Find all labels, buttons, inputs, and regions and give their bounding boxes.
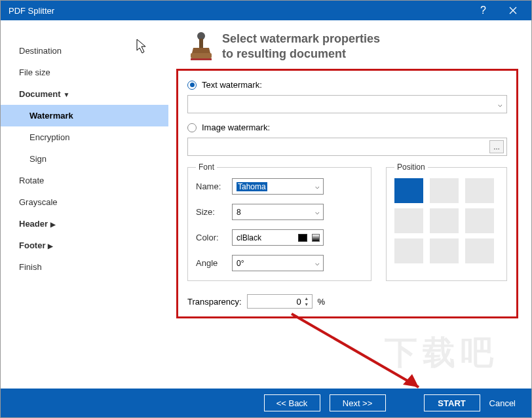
font-color-select[interactable]: clBlack xyxy=(232,229,324,246)
position-bottom-left[interactable] xyxy=(394,238,423,263)
image-watermark-label: Image watermark: xyxy=(202,123,270,132)
image-watermark-input[interactable]: … xyxy=(187,138,507,156)
sidebar-item-encryption[interactable]: Encryption xyxy=(1,126,168,148)
next-button[interactable]: Next >> xyxy=(330,394,386,411)
text-watermark-select[interactable]: ⌵ xyxy=(187,95,507,113)
sidebar-item-document[interactable]: Document▼ xyxy=(1,83,168,105)
chevron-down-icon: ⌵ xyxy=(315,259,320,267)
position-bottom-center[interactable] xyxy=(430,238,459,263)
sidebar-item-grayscale[interactable]: Grayscale xyxy=(1,191,168,213)
header-line1: Select watermark properties xyxy=(222,31,380,47)
sidebar-item-destination[interactable]: Destination xyxy=(1,40,168,62)
text-watermark-radio[interactable] xyxy=(187,81,197,90)
text-watermark-label: Text watermark: xyxy=(202,80,262,90)
transparency-unit: % xyxy=(318,297,326,307)
font-size-select[interactable]: 8⌵ xyxy=(232,204,324,220)
color-swatch-icon xyxy=(298,234,307,242)
font-name-select[interactable]: Tahoma⌵ xyxy=(232,178,324,195)
svg-rect-1 xyxy=(199,39,203,48)
position-top-left[interactable] xyxy=(394,178,423,203)
header-line2: to resulting document xyxy=(222,47,380,62)
angle-select[interactable]: 0°⌵ xyxy=(232,255,324,271)
position-bottom-right[interactable] xyxy=(465,238,494,263)
close-button[interactable] xyxy=(498,1,527,20)
chevron-down-icon: ⌵ xyxy=(315,208,320,216)
sidebar-item-filesize[interactable]: File size xyxy=(1,62,168,83)
position-middle-center[interactable] xyxy=(430,208,459,233)
color-label: Color: xyxy=(196,233,232,242)
sidebar-item-watermark[interactable]: Watermark xyxy=(1,105,168,126)
chevron-down-icon: ⌵ xyxy=(498,100,503,109)
sidebar-item-rotate[interactable]: Rotate xyxy=(1,170,168,191)
position-middle-left[interactable] xyxy=(394,208,423,233)
titlebar: PDF Splitter ? xyxy=(1,1,531,20)
name-label: Name: xyxy=(196,181,232,191)
sidebar-item-finish[interactable]: Finish xyxy=(1,256,168,278)
sidebar-item-sign[interactable]: Sign xyxy=(1,148,168,170)
transparency-spinner[interactable]: 0 ▲▼ xyxy=(247,294,313,309)
bottom-bar: << Back Next >> START Cancel xyxy=(1,389,531,417)
cancel-button[interactable]: Cancel xyxy=(489,394,516,411)
chevron-down-icon: ⌵ xyxy=(315,182,320,191)
image-watermark-radio[interactable] xyxy=(187,123,197,132)
sidebar-item-header[interactable]: Header▶ xyxy=(1,213,168,235)
position-top-center[interactable] xyxy=(430,178,459,203)
page-header: Select watermark properties to resulting… xyxy=(176,27,518,69)
size-label: Size: xyxy=(196,207,232,217)
chevron-right-icon: ▶ xyxy=(48,242,53,250)
position-group: Position xyxy=(386,162,507,281)
window-title: PDF Splitter xyxy=(9,6,468,16)
font-group: Font Name: Tahoma⌵ Size: 8⌵ Color: clBla… xyxy=(187,162,371,281)
spinner-buttons[interactable]: ▲▼ xyxy=(303,295,311,307)
svg-rect-2 xyxy=(191,53,212,58)
position-top-right[interactable] xyxy=(465,178,494,203)
position-middle-right[interactable] xyxy=(465,208,494,233)
help-button[interactable]: ? xyxy=(468,1,498,20)
svg-rect-3 xyxy=(191,58,212,60)
sidebar-item-footer[interactable]: Footer▶ xyxy=(1,235,168,256)
angle-label: Angle xyxy=(196,258,232,268)
chevron-right-icon: ▶ xyxy=(50,221,56,228)
sidebar: Destination File size Document▼ Watermar… xyxy=(1,20,168,389)
chevron-down-icon: ▼ xyxy=(64,91,70,98)
color-picker-icon xyxy=(312,234,320,242)
transparency-label: Transparency: xyxy=(187,297,242,307)
browse-button[interactable]: … xyxy=(489,140,504,153)
start-button[interactable]: START xyxy=(424,394,480,411)
settings-panel: Text watermark: ⌵ Image watermark: … Fon xyxy=(176,69,518,318)
back-button[interactable]: << Back xyxy=(264,394,320,411)
stamp-icon xyxy=(188,31,214,62)
